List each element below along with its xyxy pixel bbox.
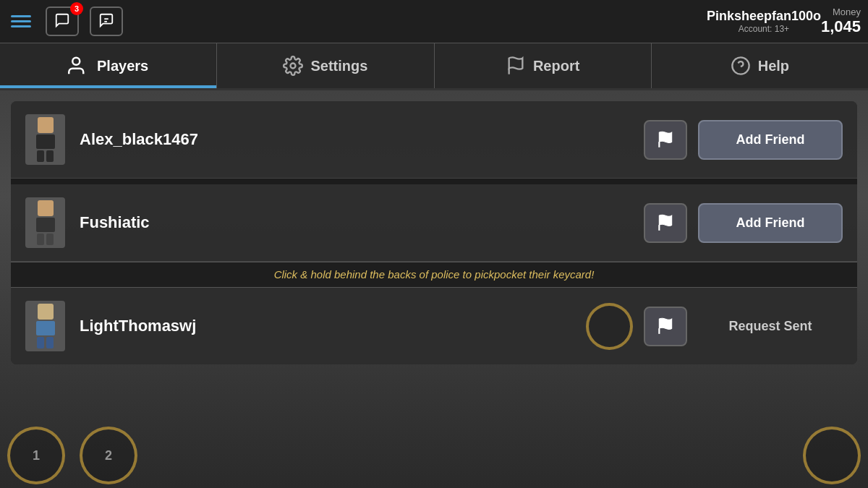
char-leg-left — [37, 337, 44, 348]
character-figure — [36, 200, 55, 245]
username-display: Pinksheepfan100o — [707, 9, 821, 24]
report-tab-icon — [506, 56, 526, 76]
char-legs — [37, 337, 54, 348]
svg-point-3 — [291, 64, 296, 69]
character-figure — [36, 117, 55, 162]
notification-icon — [54, 12, 70, 28]
account-info: Account: 13+ — [707, 24, 821, 34]
notification-badge: 3 — [70, 2, 83, 15]
row-separator — [11, 179, 857, 184]
hint-text: Click & hold behind the backs of police … — [274, 268, 595, 281]
char-body — [36, 134, 55, 149]
char-legs — [37, 234, 54, 245]
player-avatar — [25, 301, 65, 351]
header-right: Money 1,045 — [821, 7, 861, 36]
tab-settings-label: Settings — [310, 58, 367, 74]
player-row: LightThomaswj Request Sent — [11, 288, 857, 364]
tab-help-label: Help — [758, 58, 789, 74]
player-row: Alex_black1467 Add Friend — [11, 101, 857, 179]
add-friend-label: Add Friend — [736, 132, 805, 147]
help-tab-icon — [731, 56, 751, 76]
hint-bar: Click & hold behind the backs of police … — [11, 262, 857, 288]
player-actions: Add Friend — [644, 203, 843, 243]
char-body — [36, 321, 55, 335]
report-player-button[interactable] — [644, 307, 687, 346]
char-head — [38, 304, 54, 320]
notification-button[interactable]: 3 — [46, 7, 79, 36]
hamburger-menu-button[interactable] — [7, 12, 35, 31]
tab-help[interactable]: Help — [652, 43, 868, 88]
flag-icon — [656, 213, 675, 232]
request-sent-label: Request Sent — [698, 307, 843, 346]
char-head — [38, 117, 54, 133]
players-list-container: Alex_black1467 Add Friend — [11, 101, 857, 364]
report-player-button[interactable] — [644, 203, 687, 243]
player-name: LightThomaswj — [80, 317, 586, 335]
char-leg-right — [46, 234, 54, 245]
player-avatar — [25, 114, 65, 165]
char-head — [38, 200, 54, 216]
tab-settings[interactable]: Settings — [217, 43, 434, 88]
char-leg-left — [37, 234, 44, 245]
player-actions: Request Sent — [586, 303, 843, 350]
svg-point-2 — [72, 58, 80, 65]
header-left: 3 — [7, 7, 707, 36]
tab-players[interactable]: Players — [0, 43, 217, 88]
player-avatar — [25, 197, 65, 248]
char-body — [36, 218, 55, 232]
players-scroll-area[interactable]: Alex_black1467 Add Friend — [11, 101, 857, 364]
chat-icon — [98, 12, 114, 28]
header-center: Pinksheepfan100o Account: 13+ — [707, 9, 821, 34]
tab-report[interactable]: Report — [435, 43, 652, 88]
action-circle — [586, 303, 633, 350]
flag-icon — [656, 317, 675, 335]
char-leg-right — [46, 337, 54, 348]
chat-button[interactable] — [90, 7, 123, 36]
add-friend-button[interactable]: Add Friend — [698, 120, 843, 160]
report-player-button[interactable] — [644, 120, 687, 160]
tab-navigation: Players Settings Report Help — [0, 43, 868, 90]
tab-report-label: Report — [533, 58, 579, 74]
players-tab-icon — [68, 55, 90, 77]
add-friend-label: Add Friend — [736, 215, 805, 231]
player-name: Alex_black1467 — [80, 130, 644, 149]
char-leg-left — [37, 150, 44, 162]
player-row: Fushiatic Add Friend — [11, 184, 857, 262]
hud-circle-overlay — [586, 303, 633, 350]
player-actions: Add Friend — [644, 120, 843, 160]
char-leg-right — [46, 150, 54, 162]
add-friend-button[interactable]: Add Friend — [698, 203, 843, 243]
header-bar: 3 Pinksheepfan100o Account: 13+ Money 1,… — [0, 0, 868, 43]
money-label: Money — [821, 7, 861, 17]
flag-icon — [656, 130, 675, 149]
tab-players-label: Players — [97, 58, 148, 74]
char-legs — [37, 150, 54, 162]
settings-tab-icon — [283, 56, 303, 76]
money-amount: 1,045 — [821, 17, 861, 36]
character-figure — [36, 304, 55, 348]
player-name: Fushiatic — [80, 213, 644, 232]
